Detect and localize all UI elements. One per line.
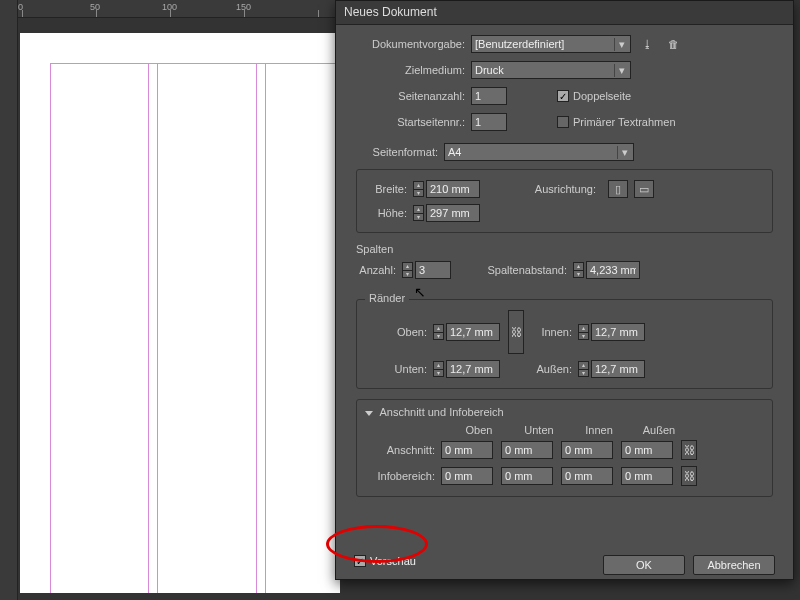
slug-label: Infobereich: [367,470,441,482]
ok-button[interactable]: OK [603,555,685,575]
width-input[interactable] [426,180,480,198]
link-slug-icon[interactable]: ⛓ [681,466,697,486]
col-count-stepper[interactable]: ▴▾ [402,262,413,278]
gutter-stepper[interactable]: ▴▾ [573,262,584,278]
page-preview [20,33,340,593]
margins-title: Ränder [365,292,409,304]
bleed-label: Anschnitt: [367,444,441,456]
slug-bottom-input[interactable] [501,467,553,485]
bleed-inside-input[interactable] [561,441,613,459]
slug-top-input[interactable] [441,467,493,485]
preview-checkbox[interactable]: ✓ [354,555,366,567]
orientation-portrait-icon[interactable]: ▯ [608,180,628,198]
disclosure-icon[interactable] [365,411,373,416]
new-document-dialog: Neues Dokument Dokumentvorgabe: [Benutze… [335,0,794,580]
height-label: Höhe: [367,207,413,219]
ruler-vertical [0,0,18,600]
slug-inside-input[interactable] [561,467,613,485]
bleed-bottom-input[interactable] [501,441,553,459]
margin-top-label: Oben: [367,326,433,338]
delete-preset-icon[interactable]: 🗑 [663,35,683,53]
margin-outside-input[interactable] [591,360,645,378]
startpage-label: Startseitennr.: [356,116,471,128]
bleed-outside-input[interactable] [621,441,673,459]
margin-top-stepper[interactable]: ▴▾ [433,324,444,340]
margin-outside-stepper[interactable]: ▴▾ [578,361,589,377]
orient-label: Ausrichtung: [526,183,602,195]
preset-select[interactable]: [Benutzerdefiniert]▾ [471,35,631,53]
margin-top-input[interactable] [446,323,500,341]
height-stepper[interactable]: ▴▾ [413,205,424,221]
pages-input[interactable] [471,87,507,105]
preset-label: Dokumentvorgabe: [356,38,471,50]
preview-toggle[interactable]: ✓ Vorschau [354,555,416,567]
chevron-down-icon: ▾ [614,38,628,51]
primaryframe-checkbox[interactable] [557,116,569,128]
chevron-down-icon: ▾ [617,146,631,159]
cancel-button[interactable]: Abbrechen [693,555,775,575]
startpage-input[interactable] [471,113,507,131]
gutter-input[interactable] [586,261,640,279]
bleed-headers: Oben Unten Innen Außen [449,424,762,436]
col-count-input[interactable] [415,261,451,279]
gutter-label: Spaltenabstand: [479,264,573,276]
preview-label: Vorschau [370,555,416,567]
margin-bottom-input[interactable] [446,360,500,378]
dialog-title[interactable]: Neues Dokument [336,1,793,25]
width-label: Breite: [367,183,413,195]
height-input[interactable] [426,204,480,222]
save-preset-icon[interactable]: ⭳ [637,35,657,53]
chevron-down-icon: ▾ [614,64,628,77]
margin-bottom-stepper[interactable]: ▴▾ [433,361,444,377]
col-count-label: Anzahl: [356,264,402,276]
slug-outside-input[interactable] [621,467,673,485]
columns-title: Spalten [356,243,773,255]
pages-label: Seitenanzahl: [356,90,471,102]
bleed-top-input[interactable] [441,441,493,459]
ruler-horizontal: 0 50 100 150 [0,0,340,18]
bleed-title: Anschnitt und Infobereich [379,406,503,418]
margin-bottom-label: Unten: [367,363,433,375]
margin-inside-stepper[interactable]: ▴▾ [578,324,589,340]
pagesize-label: Seitenformat: [356,146,444,158]
margin-inside-input[interactable] [591,323,645,341]
width-stepper[interactable]: ▴▾ [413,181,424,197]
link-bleed-icon[interactable]: ⛓ [681,440,697,460]
margin-inside-label: Innen: [532,326,578,338]
intent-label: Zielmedium: [356,64,471,76]
intent-select[interactable]: Druck▾ [471,61,631,79]
link-margins-icon[interactable]: ⛓ [508,310,524,354]
pagesize-select[interactable]: A4▾ [444,143,634,161]
orientation-landscape-icon[interactable]: ▭ [634,180,654,198]
primaryframe-label: Primärer Textrahmen [573,116,676,128]
facing-checkbox[interactable]: ✓ [557,90,569,102]
margin-outside-label: Außen: [532,363,578,375]
facing-label: Doppelseite [573,90,631,102]
